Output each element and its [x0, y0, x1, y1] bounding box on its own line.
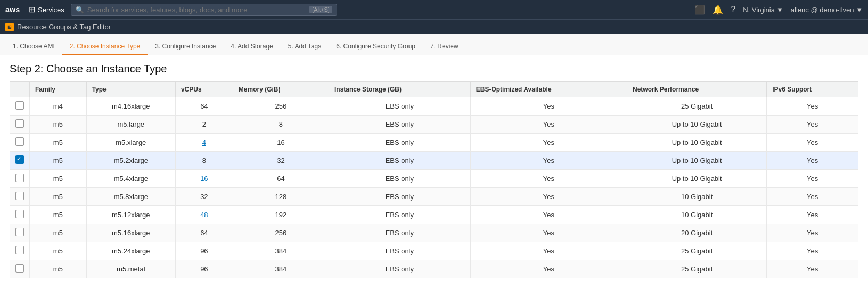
- col-ebs: EBS-Optimized Available: [470, 82, 627, 97]
- row-checkbox-cell[interactable]: [10, 206, 30, 224]
- memory-gib: 384: [233, 260, 329, 278]
- services-label: Services: [38, 6, 64, 14]
- step-tab-4[interactable]: 4. Add Storage: [223, 38, 280, 55]
- instance-storage: EBS only: [329, 116, 471, 134]
- memory-gib: 128: [233, 188, 329, 206]
- vcpu-count: 96: [175, 242, 233, 260]
- vcpu-count: 8: [175, 152, 233, 170]
- terminal-icon[interactable]: ⬛: [694, 5, 705, 15]
- ipv6-support: Yes: [767, 152, 858, 170]
- bell-icon[interactable]: 🔔: [713, 5, 723, 15]
- row-checkbox-cell[interactable]: [10, 188, 30, 206]
- instance-family: m5: [30, 134, 87, 152]
- search-bar[interactable]: 🔍 [Alt+S]: [71, 4, 337, 16]
- region-selector[interactable]: N. Virginia ▼: [743, 6, 783, 14]
- vcpu-count[interactable]: 16: [175, 170, 233, 188]
- svg-text:aws: aws: [5, 5, 20, 14]
- col-family: Family: [30, 82, 87, 97]
- table-row[interactable]: m5m5.4xlarge1664EBS onlyYesUp to 10 Giga…: [10, 170, 858, 188]
- table-row[interactable]: m5m5.metal96384EBS onlyYes25 GigabitYes: [10, 260, 858, 278]
- empty-checkbox[interactable]: [15, 246, 24, 254]
- empty-checkbox[interactable]: [15, 137, 24, 146]
- empty-checkbox[interactable]: [15, 264, 24, 273]
- instance-family: m4: [30, 97, 87, 116]
- row-checkbox-cell[interactable]: [10, 242, 30, 260]
- table-row[interactable]: m4m4.16xlarge64256EBS onlyYes25 GigabitY…: [10, 97, 858, 116]
- services-menu[interactable]: ⊞ Services: [29, 5, 64, 14]
- instance-storage: EBS only: [329, 206, 471, 224]
- col-memory: Memory (GiB): [233, 82, 329, 97]
- search-input[interactable]: [87, 6, 306, 14]
- step-tab-2[interactable]: 2. Choose Instance Type: [62, 38, 148, 55]
- vcpu-count[interactable]: 48: [175, 206, 233, 224]
- row-checkbox-cell[interactable]: [10, 260, 30, 278]
- row-checkbox-cell[interactable]: [10, 170, 30, 188]
- ebs-optimized: Yes: [470, 260, 627, 278]
- step-tab-1[interactable]: 1. Choose AMI: [5, 38, 62, 55]
- region-label: N. Virginia: [743, 6, 775, 14]
- resource-groups-bar: ⊞ Resource Groups & Tag Editor: [0, 19, 868, 34]
- instance-storage: EBS only: [329, 97, 471, 116]
- table-row[interactable]: m5m5.8xlarge32128EBS onlyYes10 GigabitYe…: [10, 188, 858, 206]
- ipv6-support: Yes: [767, 134, 858, 152]
- step-tab-3[interactable]: 3. Configure Instance: [148, 38, 223, 55]
- table-row[interactable]: m5m5.large28EBS onlyYesUp to 10 GigabitY…: [10, 116, 858, 134]
- row-checkbox-cell[interactable]: [10, 224, 30, 242]
- step-tab-6[interactable]: 6. Configure Security Group: [329, 38, 423, 55]
- col-storage: Instance Storage (GB): [329, 82, 471, 97]
- vcpu-count: 64: [175, 224, 233, 242]
- ebs-optimized: Yes: [470, 170, 627, 188]
- memory-gib: 64: [233, 170, 329, 188]
- table-header-row: Family Type vCPUs Memory (GiB) Instance …: [10, 82, 858, 97]
- network-performance: Up to 10 Gigabit: [627, 134, 767, 152]
- instance-type: m5.large: [86, 116, 175, 134]
- grid-icon: ⊞: [29, 5, 36, 14]
- empty-checkbox[interactable]: [15, 192, 24, 200]
- step-tab-5[interactable]: 5. Add Tags: [281, 38, 329, 55]
- table-row[interactable]: m5m5.24xlarge96384EBS onlyYes25 GigabitY…: [10, 242, 858, 260]
- nav-right: ⬛ 🔔 ? N. Virginia ▼ allenc @ demo-tlven …: [694, 5, 863, 15]
- row-checkbox-cell[interactable]: [10, 134, 30, 152]
- user-chevron-icon: ▼: [856, 6, 863, 14]
- step-tab-7[interactable]: 7. Review: [423, 38, 466, 55]
- ipv6-support: Yes: [767, 188, 858, 206]
- table-row[interactable]: m5m5.16xlarge64256EBS onlyYes20 GigabitY…: [10, 224, 858, 242]
- resource-groups-label[interactable]: Resource Groups & Tag Editor: [17, 23, 111, 31]
- vcpu-count[interactable]: 4: [175, 134, 233, 152]
- table-row[interactable]: m5m5.2xlarge832EBS onlyYesUp to 10 Gigab…: [10, 152, 858, 170]
- col-network: Network Performance: [627, 82, 767, 97]
- ipv6-support: Yes: [767, 97, 858, 116]
- instance-type: m5.12xlarge: [86, 206, 175, 224]
- instance-type-table: Family Type vCPUs Memory (GiB) Instance …: [10, 81, 858, 278]
- empty-checkbox[interactable]: [15, 174, 24, 182]
- ebs-optimized: Yes: [470, 152, 627, 170]
- resource-groups-icon: ⊞: [5, 23, 14, 31]
- memory-gib: 32: [233, 152, 329, 170]
- chevron-down-icon: ▼: [776, 6, 783, 14]
- search-shortcut: [Alt+S]: [309, 6, 332, 13]
- instance-type: m5.8xlarge: [86, 188, 175, 206]
- empty-checkbox[interactable]: [15, 228, 24, 236]
- empty-checkbox[interactable]: [15, 101, 24, 110]
- main-content: Step 2: Choose an Instance Type Family T…: [0, 55, 868, 286]
- memory-gib: 8: [233, 116, 329, 134]
- network-performance: 10 Gigabit: [627, 206, 767, 224]
- selected-checkbox[interactable]: [15, 155, 24, 164]
- help-icon[interactable]: ?: [731, 5, 735, 14]
- aws-logo[interactable]: aws: [5, 4, 22, 15]
- network-performance: 25 Gigabit: [627, 242, 767, 260]
- table-row[interactable]: m5m5.12xlarge48192EBS onlyYes10 GigabitY…: [10, 206, 858, 224]
- instance-type: m5.16xlarge: [86, 224, 175, 242]
- table-row[interactable]: m5m5.xlarge416EBS onlyYesUp to 10 Gigabi…: [10, 134, 858, 152]
- ebs-optimized: Yes: [470, 206, 627, 224]
- step-tabs: 1. Choose AMI2. Choose Instance Type3. C…: [0, 34, 868, 55]
- row-checkbox-cell[interactable]: [10, 152, 30, 170]
- row-checkbox-cell[interactable]: [10, 97, 30, 116]
- instance-storage: EBS only: [329, 152, 471, 170]
- row-checkbox-cell[interactable]: [10, 116, 30, 134]
- empty-checkbox[interactable]: [15, 119, 24, 128]
- user-menu[interactable]: allenc @ demo-tlven ▼: [791, 6, 863, 14]
- empty-checkbox[interactable]: [15, 210, 24, 218]
- instance-type: m5.metal: [86, 260, 175, 278]
- instance-type: m5.24xlarge: [86, 242, 175, 260]
